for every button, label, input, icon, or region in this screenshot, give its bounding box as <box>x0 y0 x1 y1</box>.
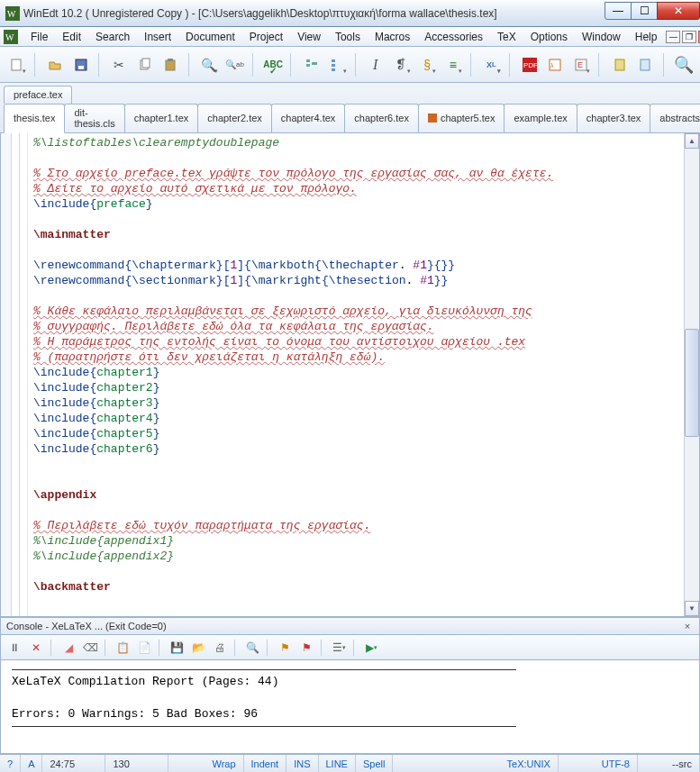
menu-file[interactable]: File <box>23 29 55 45</box>
errors-button[interactable]: E▾ <box>570 53 593 77</box>
status-src: --src <box>665 755 700 772</box>
console-flag1[interactable]: ⚑ <box>275 638 295 658</box>
tree-button[interactable] <box>300 53 323 77</box>
status-position: 24:75 <box>42 755 105 772</box>
tab-chapter5[interactable]: chapter5.tex <box>418 104 505 132</box>
bibtex-button[interactable] <box>608 53 631 77</box>
mdi-restore[interactable]: ❐ <box>682 31 696 43</box>
console-toolbar: ⏸ ✕ ◢ ⌫ 📋 📄 💾 📂 🖨 🔍 ⚑ ⚑ ☰▾ ▶▾ <box>0 635 700 660</box>
compile-button[interactable]: XL▾ <box>480 53 503 77</box>
menu-project[interactable]: Project <box>242 29 290 45</box>
tab-chapter6[interactable]: chapter6.tex <box>344 104 419 132</box>
scroll-thumb[interactable] <box>685 329 699 437</box>
svg-text:W: W <box>5 32 14 42</box>
tab-chapter2[interactable]: chapter2.tex <box>197 104 272 132</box>
index-button[interactable] <box>634 53 657 77</box>
replace-button[interactable]: 🔍ab <box>223 53 246 77</box>
menu-tex[interactable]: TeX <box>490 29 523 45</box>
tab-thesis[interactable]: thesis.tex <box>4 104 65 133</box>
svg-rect-24 <box>641 59 650 70</box>
tab-dit-thesis[interactable]: dit-thesis.cls <box>64 104 124 132</box>
status-encoding[interactable]: UTF-8 <box>595 755 638 772</box>
tab-chapter4[interactable]: chapter4.tex <box>271 104 346 132</box>
scroll-up[interactable]: ▲ <box>685 133 699 149</box>
close-button[interactable]: ✕ <box>657 2 700 20</box>
menu-search[interactable]: Search <box>88 29 137 45</box>
tab-example[interactable]: example.tex <box>504 104 577 132</box>
tab-preface[interactable]: preface.tex <box>4 86 72 104</box>
tab-chapter3[interactable]: chapter3.tex <box>577 104 651 132</box>
new-button[interactable]: ▾ <box>5 53 28 77</box>
status-spell[interactable]: Spell <box>356 755 393 772</box>
pdf-button[interactable]: PDF <box>518 53 541 77</box>
console-title: Console - XeLaTeX ... (Exit Code=0) <box>6 621 167 631</box>
vertical-scrollbar[interactable]: ▲ ▼ <box>684 133 699 616</box>
menubar: W File Edit Search Insert Document Proje… <box>0 27 700 47</box>
status-ins[interactable]: INS <box>286 755 318 772</box>
console-save[interactable]: 💾 <box>167 638 186 658</box>
status-a[interactable]: A <box>21 755 42 772</box>
modified-icon <box>428 114 437 123</box>
copy-button[interactable] <box>133 53 156 77</box>
menu-edit[interactable]: Edit <box>55 29 88 45</box>
menu-accessories[interactable]: Accessories <box>417 29 490 45</box>
svg-rect-16 <box>332 68 335 71</box>
console-open[interactable]: 📂 <box>188 638 208 658</box>
svg-rect-25 <box>428 114 437 123</box>
menu-window[interactable]: Window <box>575 29 628 45</box>
spellcheck-button[interactable]: ABC✓ <box>262 53 285 77</box>
save-button[interactable] <box>69 53 92 77</box>
menu-tools[interactable]: Tools <box>328 29 368 45</box>
console-close[interactable]: × <box>681 620 694 632</box>
console-header: Console - XeLaTeX ... (Exit Code=0) × <box>0 617 700 635</box>
tab-abstracts[interactable]: abstracts.tex <box>650 104 700 132</box>
menu-view[interactable]: View <box>290 29 328 45</box>
gather-button[interactable]: ▾ <box>326 53 349 77</box>
search-tool[interactable]: 🔍 <box>672 53 695 77</box>
paste-button[interactable] <box>159 53 182 77</box>
status-wrap[interactable]: Wrap <box>205 755 243 772</box>
status-texmode[interactable]: TeX:UNIX <box>500 755 559 772</box>
menu-document[interactable]: Document <box>178 29 242 45</box>
console-print[interactable]: 🖨 <box>210 638 230 658</box>
console-run[interactable]: ▶▾ <box>361 638 381 658</box>
console-report: XeLaTeX Compilation Report (Pages: 44) <box>12 674 688 690</box>
editor: %\listoftables\clearemptydoublepage % Στ… <box>0 133 700 617</box>
minimize-button[interactable]: — <box>605 2 632 20</box>
console-paste[interactable]: 📄 <box>134 638 154 658</box>
status-help[interactable]: ? <box>0 755 21 772</box>
mdi-minimize[interactable]: — <box>666 31 680 43</box>
tab-chapter1[interactable]: chapter1.tex <box>124 104 199 132</box>
console-erase[interactable]: ◢ <box>59 638 78 658</box>
console-output[interactable]: XeLaTeX Compilation Report (Pages: 44) E… <box>0 660 700 754</box>
svg-rect-15 <box>332 64 335 67</box>
menu-insert[interactable]: Insert <box>137 29 178 45</box>
window-title: WinEdt 10.2 ( Unregistered Copy ) - [C:\… <box>23 7 605 20</box>
console-clear[interactable]: ⌫ <box>80 638 100 658</box>
code-area[interactable]: %\listoftables\clearemptydoublepage % Στ… <box>28 133 684 616</box>
fold-column <box>12 133 28 616</box>
section-button[interactable]: §▾ <box>416 53 439 77</box>
console-find[interactable]: 🔍 <box>242 638 262 658</box>
status-indent[interactable]: Indent <box>244 755 287 772</box>
scroll-down[interactable]: ▼ <box>685 601 699 616</box>
svg-text:E: E <box>577 60 583 69</box>
menu-options[interactable]: Options <box>523 29 575 45</box>
pdf-preview-button[interactable]: λ <box>544 53 567 77</box>
menu-macros[interactable]: Macros <box>368 29 417 45</box>
console-flag2[interactable]: ⚑ <box>296 638 316 658</box>
status-line[interactable]: LINE <box>319 755 356 772</box>
find-button[interactable]: 🔍▾ <box>198 53 221 77</box>
app-icon-small: W <box>4 30 18 44</box>
font-button[interactable]: ❡▾ <box>390 53 413 77</box>
cut-button[interactable]: ✂ <box>108 53 131 77</box>
console-copy[interactable]: 📋 <box>113 638 132 658</box>
console-stop[interactable]: ✕ <box>26 638 46 658</box>
console-pause[interactable]: ⏸ <box>5 638 24 658</box>
console-view[interactable]: ☰▾ <box>329 638 349 658</box>
env-button[interactable]: ≡▾ <box>441 53 464 77</box>
italic-button[interactable]: I <box>364 53 386 77</box>
maximize-button[interactable]: ☐ <box>631 2 658 20</box>
menu-help[interactable]: Help <box>628 29 665 45</box>
open-button[interactable] <box>44 53 67 77</box>
